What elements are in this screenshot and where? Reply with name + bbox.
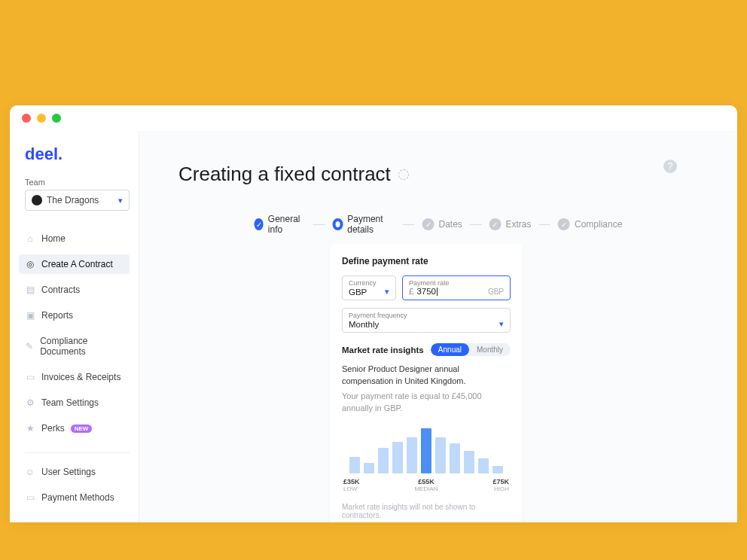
- compliance-icon: ✎: [25, 341, 34, 352]
- chart-bar: [450, 443, 460, 473]
- sidebar-item-perks[interactable]: ★ Perks NEW: [19, 418, 130, 438]
- secondary-nav: ☺ User Settings ▭ Payment Methods: [25, 462, 130, 513]
- team-name-label: The Dragons: [47, 195, 99, 205]
- chart-bar: [378, 448, 389, 473]
- payment-icon: ▭: [25, 492, 35, 503]
- sidebar-item-compliance[interactable]: ✎ Compliance Documents: [19, 331, 130, 361]
- user-icon: ☺: [25, 467, 35, 477]
- define-payment-heading: Define payment rate: [342, 256, 511, 266]
- text-caret: [437, 288, 438, 296]
- gear-icon: ⚙: [25, 397, 35, 408]
- team-select[interactable]: The Dragons ▾: [25, 190, 130, 211]
- sidebar-item-contracts[interactable]: ▤ Contracts: [19, 280, 130, 300]
- step-dates[interactable]: ✓ Dates: [422, 218, 462, 230]
- rate-value: 3750: [416, 287, 436, 296]
- primary-nav: ⌂ Home ◎ Create A Contract ▤ Contracts ▣…: [25, 229, 130, 443]
- progress-steps: ✓ General info Payment details ✓ Dates ✓…: [255, 214, 623, 235]
- insights-header: Market rate insights Annual Monthly: [342, 343, 511, 356]
- sidebar-item-label: Team Settings: [41, 397, 99, 408]
- main-content: Creating a fixed contract ? ✓ General in…: [139, 131, 737, 522]
- step-compliance[interactable]: ✓ Compliance: [558, 218, 622, 230]
- chart-bar: [421, 428, 431, 473]
- market-rate-chart: £35K LOW £55K MEDIAN £75K HIGH: [342, 428, 511, 492]
- axis-low: £35K LOW: [343, 478, 360, 492]
- chart-axis-row: £35K LOW £55K MEDIAN £75K HIGH: [342, 478, 511, 492]
- sidebar-item-home[interactable]: ⌂ Home: [19, 229, 130, 248]
- payment-field-row: Currency GBP ▾ Payment rate £3750 GBP: [342, 275, 511, 300]
- pending-step-icon: ✓: [558, 218, 570, 230]
- logo: deel.: [25, 145, 130, 164]
- axis-high-val: £75K: [492, 478, 509, 485]
- currency-value: GBP: [349, 288, 367, 297]
- home-icon: ⌂: [25, 233, 35, 244]
- period-toggle: Annual Monthly: [431, 343, 511, 356]
- step-payment-details[interactable]: Payment details: [332, 214, 395, 235]
- step-connector: [538, 224, 550, 225]
- axis-high-lab: HIGH: [492, 485, 509, 492]
- page-header: Creating a fixed contract: [178, 163, 409, 186]
- sidebar-item-user-settings[interactable]: ☺ User Settings: [19, 462, 130, 482]
- title-info-icon[interactable]: [398, 169, 409, 180]
- chevron-down-icon: ▾: [385, 287, 389, 297]
- help-icon[interactable]: ?: [663, 160, 677, 173]
- window-minimize-dot[interactable]: [37, 114, 46, 123]
- chart-bar: [392, 442, 403, 473]
- axis-mid-lab: MEDIAN: [414, 485, 438, 492]
- chart-bar: [492, 466, 503, 473]
- sidebar-item-payment-methods[interactable]: ▭ Payment Methods: [19, 488, 130, 507]
- nav-divider: [25, 452, 130, 453]
- app-body: deel. Team The Dragons ▾ ⌂ Home ◎ Create…: [10, 131, 737, 522]
- payment-rate-input[interactable]: Payment rate £3750 GBP: [402, 275, 511, 300]
- sidebar: deel. Team The Dragons ▾ ⌂ Home ◎ Create…: [10, 131, 139, 522]
- step-connector: [403, 224, 415, 225]
- pending-step-icon: ✓: [489, 218, 501, 230]
- window-maximize-dot[interactable]: [52, 114, 61, 123]
- sidebar-item-label: Contracts: [41, 285, 80, 295]
- page-title: Creating a fixed contract: [178, 163, 391, 186]
- sidebar-item-create-contract[interactable]: ◎ Create A Contract: [19, 254, 130, 274]
- chart-bar: [407, 437, 417, 473]
- sidebar-item-team-settings[interactable]: ⚙ Team Settings: [19, 393, 130, 412]
- frequency-value: Monthly: [349, 320, 379, 329]
- step-extras[interactable]: ✓ Extras: [489, 218, 531, 230]
- currency-select[interactable]: Currency GBP ▾: [342, 275, 396, 300]
- axis-mid-val: £55K: [414, 478, 438, 485]
- frequency-label: Payment frequency: [349, 312, 504, 319]
- invoice-icon: ▭: [25, 372, 35, 382]
- sidebar-item-reports[interactable]: ▣ Reports: [19, 306, 130, 325]
- rate-suffix: GBP: [488, 288, 504, 296]
- reports-icon: ▣: [25, 310, 35, 321]
- currency-symbol: £: [409, 287, 413, 296]
- step-connector: [470, 224, 482, 225]
- sidebar-item-invoices[interactable]: ▭ Invoices & Receipts: [19, 367, 130, 387]
- payment-frequency-select[interactable]: Payment frequency Monthly ▾: [342, 308, 511, 333]
- document-icon: ▤: [25, 285, 35, 295]
- chart-bar: [464, 451, 474, 473]
- toggle-monthly[interactable]: Monthly: [469, 343, 511, 356]
- window-close-dot[interactable]: [22, 114, 31, 123]
- chevron-down-icon: ▾: [118, 196, 123, 205]
- insights-summary: Your payment rate is equal to £45,000 an…: [342, 391, 511, 415]
- rate-label: Payment rate: [409, 279, 504, 287]
- payment-card: Define payment rate Currency GBP ▾ Payme…: [330, 244, 523, 522]
- new-badge: NEW: [71, 425, 93, 433]
- sidebar-item-label: Home: [41, 233, 66, 244]
- insights-footnote: Market rate insights will not be shown t…: [342, 503, 511, 519]
- step-general-info[interactable]: ✓ General info: [255, 214, 306, 235]
- target-icon: ◎: [25, 259, 35, 269]
- chevron-down-icon: ▾: [499, 319, 504, 329]
- step-label: Compliance: [575, 219, 622, 230]
- chart-bars: [342, 428, 511, 473]
- step-connector: [313, 224, 325, 225]
- axis-low-lab: LOW: [343, 485, 360, 492]
- currency-label: Currency: [349, 279, 389, 287]
- sidebar-item-label: User Settings: [41, 467, 96, 477]
- sidebar-item-label: Perks: [41, 423, 65, 434]
- perks-icon: ★: [25, 423, 35, 434]
- step-label: Dates: [439, 219, 462, 230]
- insights-description: Senior Product Designer annual compensat…: [342, 364, 511, 388]
- sidebar-item-label: Invoices & Receipts: [41, 372, 120, 382]
- sidebar-item-label: Payment Methods: [41, 492, 114, 503]
- toggle-annual[interactable]: Annual: [431, 343, 469, 356]
- sidebar-item-label: Create A Contract: [41, 259, 113, 269]
